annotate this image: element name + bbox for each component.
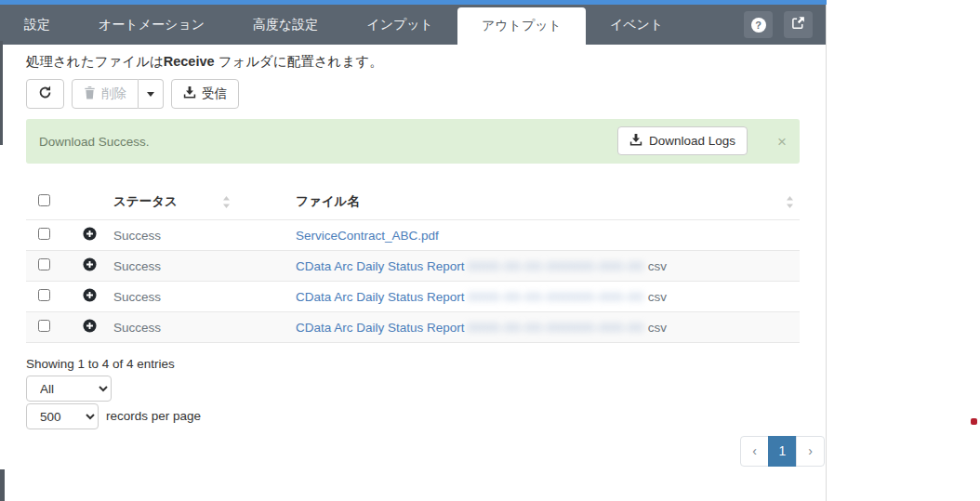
status-column-header[interactable]: ステータス [113,193,296,210]
tab-automation[interactable]: オートメーション [74,5,229,45]
row-checkbox[interactable] [38,228,50,240]
sort-icon[interactable] [786,196,794,208]
receive-button[interactable]: 受信 [171,79,239,109]
expand-row-icon[interactable] [83,257,97,274]
pagination-next-button[interactable]: › [796,436,825,467]
table-row: Success ServiceContract_ABC.pdf [26,219,800,250]
external-link-icon [791,16,805,33]
expand-row-icon[interactable] [83,288,97,305]
download-logs-button[interactable]: Download Logs [617,126,748,155]
table-header-row: ステータス ファイル名 [26,184,800,219]
redacted-text: 0000-00-00-000000-000-00 [469,290,644,304]
expand-row-icon[interactable] [83,227,97,244]
status-header-label: ステータス [113,193,178,210]
redacted-text: 0000-00-00-000000-000-00 [469,321,644,335]
file-link[interactable]: ServiceContract_ABC.pdf [296,229,439,243]
alert-message: Download Success. [39,135,150,149]
status-value: Success [113,321,161,335]
row-checkbox[interactable] [38,258,50,270]
row-checkbox[interactable] [38,289,50,301]
delete-button-label: 削除 [101,86,126,102]
refresh-button[interactable] [26,79,64,109]
receive-button-label: 受信 [202,86,227,102]
description-folder-name: Receive [164,54,215,69]
page-size-select[interactable]: 500 [26,403,99,429]
open-external-button[interactable] [784,11,813,38]
help-icon: ? [751,18,766,33]
status-value: Success [113,290,161,304]
file-suffix: csv [648,290,667,304]
tab-events[interactable]: イベント [586,5,687,45]
row-checkbox[interactable] [38,320,50,332]
delete-button[interactable]: 削除 [72,79,139,109]
redacted-text: 0000-00-00-000000-000-00 [469,259,644,273]
help-button[interactable]: ? [744,11,773,38]
tab-output-active[interactable]: アウトプット [457,7,586,45]
delete-dropdown-toggle[interactable] [139,79,164,109]
panel-description: 処理されたファイルはReceive フォルダに配置されます。 [26,53,383,71]
window-edge-artifact [0,41,3,145]
select-all-checkbox[interactable] [38,194,50,206]
trash-icon [84,86,96,102]
tab-bar: 設定 オートメーション 高度な設定 インプット アウトプット イベント ? [0,5,826,45]
toolbar: 削除 受信 [26,79,239,109]
description-suffix: フォルダに配置されます。 [215,54,383,69]
window-edge-artifact [0,469,5,501]
tab-advanced-settings[interactable]: 高度な設定 [229,5,342,45]
status-value: Success [113,259,161,273]
alert-close-icon[interactable]: × [777,134,787,150]
expand-row-icon[interactable] [83,319,97,336]
table-row: Success CData Arc Daily Status Report000… [26,281,800,311]
files-table: ステータス ファイル名 Success [26,184,800,343]
tab-actions: ? [744,5,826,45]
file-link[interactable]: CData Arc Daily Status Report [296,321,465,335]
filename-header-label: ファイル名 [296,193,360,210]
table-row: Success CData Arc Daily Status Report000… [26,250,800,281]
status-value: Success [113,229,161,243]
download-logs-label: Download Logs [649,134,735,148]
red-dot-indicator [971,418,977,425]
download-icon [183,86,196,101]
records-per-page-label: records per page [106,409,201,423]
tab-input[interactable]: インプット [342,5,457,45]
showing-entries-text: Showing 1 to 4 of 4 entries [26,357,175,371]
pagination: ‹ 1 › [740,436,825,467]
file-suffix: csv [648,321,667,335]
filename-column-header[interactable]: ファイル名 [296,193,800,210]
success-alert: Download Success. Download Logs × [26,119,800,164]
download-icon [629,134,642,149]
file-suffix: csv [648,259,667,273]
filter-select[interactable]: All [26,376,112,402]
table-row: Success CData Arc Daily Status Report000… [26,311,800,342]
refresh-icon [38,86,52,102]
file-link[interactable]: CData Arc Daily Status Report [296,259,465,273]
pagination-prev-button[interactable]: ‹ [740,436,769,467]
sort-icon[interactable] [222,196,231,208]
description-prefix: 処理されたファイルは [26,54,164,69]
pagination-page-1[interactable]: 1 [768,436,797,467]
tab-settings[interactable]: 設定 [0,5,74,45]
file-link[interactable]: CData Arc Daily Status Report [296,290,465,304]
caret-down-icon [147,92,154,97]
